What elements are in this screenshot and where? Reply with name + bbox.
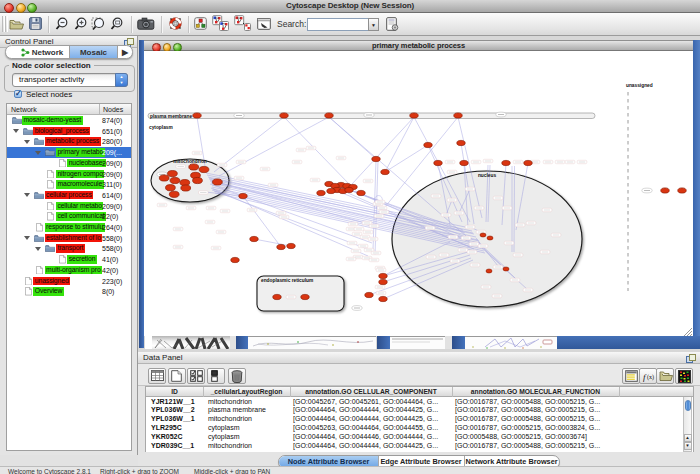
attribute-list-icon[interactable]: [622, 368, 640, 384]
open-folder-icon[interactable]: [9, 18, 24, 31]
tree-row[interactable]: metabolic process280(0): [7, 136, 131, 147]
tree-row[interactable]: cellular process614(0): [7, 190, 131, 201]
new-network-from-selection-icon[interactable]: [212, 15, 229, 31]
unified-attributes-icon[interactable]: [207, 368, 225, 384]
annotation-icon[interactable]: [257, 17, 272, 31]
network-canvas[interactable]: plasma membranecytoplasmmitochondrionnuc…: [144, 51, 693, 336]
table-column-header[interactable]: annotation.GO CELLULAR_COMPONENT: [290, 388, 452, 395]
tree-row[interactable]: macromolecule311(0): [7, 179, 131, 190]
tree-expand-arrow[interactable]: [35, 247, 41, 251]
import-attributes-icon[interactable]: [656, 368, 674, 384]
tree-row-label: cellular metabo: [56, 202, 104, 211]
tree-row[interactable]: establishment of lo558(0): [7, 233, 131, 244]
table-column-header[interactable]: _cellularLayoutRegion: [203, 388, 290, 395]
close-button[interactable]: [4, 3, 14, 13]
search-options-icon[interactable]: [385, 17, 399, 31]
search-dropdown-arrow[interactable]: ▼: [368, 18, 379, 31]
float-panel-icon[interactable]: [686, 354, 696, 363]
scroll-down-button[interactable]: ▼: [684, 442, 692, 450]
network-graph: plasma membranecytoplasmmitochondrionnuc…: [144, 51, 693, 336]
table-scrollbar[interactable]: ▲ ▼: [683, 397, 692, 452]
scrollbar-thumb[interactable]: [685, 400, 691, 411]
tree-row[interactable]: multi-organism pro42(0): [7, 265, 131, 276]
delete-attribute-icon[interactable]: [228, 368, 246, 384]
table-column-header[interactable]: annotation.GO MOLECULAR_FUNCTION: [452, 388, 619, 395]
combo-stepper-icon: ▲▼: [115, 73, 128, 87]
select-nodes-checkbox[interactable]: ✓: [14, 90, 22, 98]
tab-network[interactable]: Network: [6, 46, 69, 58]
select-nodes-label: Select nodes: [26, 90, 72, 99]
tree-row[interactable]: primary metabo209(...: [7, 147, 131, 158]
tree-row[interactable]: response to stimulu264(0): [7, 222, 131, 233]
toolbar-separator: [161, 16, 163, 33]
tree-row[interactable]: secretion41(0): [7, 254, 131, 265]
tab-mosaic[interactable]: Mosaic: [69, 46, 118, 58]
tree-row[interactable]: Overview8(0): [7, 286, 131, 297]
tree-row-count: 614(0): [102, 192, 122, 199]
table-row[interactable]: YKR052Ccytoplasm[GO:0044464, GO:0044446,…: [146, 433, 693, 442]
window-focus-border: [693, 40, 700, 349]
tab-overflow-arrow[interactable]: ▶: [118, 46, 132, 58]
select-attributes-icon[interactable]: [187, 368, 205, 384]
tree-row-count: 223(0): [102, 278, 122, 285]
save-icon[interactable]: [29, 17, 42, 30]
file-icon: [59, 159, 66, 168]
tree-row-count: 311(0): [102, 181, 122, 188]
table-row[interactable]: YPL036W__1mitochondrion[GO:0044464, GO:0…: [146, 415, 693, 424]
tree-row[interactable]: nitrogen compo209(0): [7, 169, 131, 180]
tree-row-label: multi-organism pro: [45, 266, 102, 275]
network-window-titlebar[interactable]: primary metabolic process: [144, 40, 693, 51]
zoom-out-icon[interactable]: [55, 17, 69, 31]
tree-row[interactable]: transport558(0): [7, 243, 131, 254]
attribute-table-icon[interactable]: [148, 368, 166, 384]
minimize-button[interactable]: [16, 3, 26, 13]
tree-row-label: transport: [56, 244, 85, 253]
heatmap-icon[interactable]: [675, 368, 693, 384]
formula-icon[interactable]: f(x): [639, 368, 657, 384]
destroy-network-icon[interactable]: [234, 15, 251, 31]
tree-row[interactable]: unassigned223(0): [7, 276, 131, 287]
network-view-window: primary metabolic process plasma membran…: [138, 40, 700, 353]
table-column-header[interactable]: ID: [146, 388, 203, 395]
tree-row-label: mosaic-demo-yeast: [22, 116, 83, 125]
tree-row-count: 651(0): [102, 128, 122, 135]
tree-row-label: nitrogen compo: [56, 170, 104, 179]
folder-icon: [45, 245, 55, 252]
tree-row[interactable]: cellular metabo209(0): [7, 201, 131, 212]
tree-row[interactable]: mosaic-demo-yeast874(0): [7, 115, 131, 126]
tree-expand-arrow[interactable]: [24, 236, 30, 240]
search-label: Search:: [277, 19, 306, 29]
snapshot-camera-icon[interactable]: [137, 17, 155, 30]
background-window-fragment: [236, 336, 248, 349]
svg-text:cytoplasm: cytoplasm: [149, 125, 173, 130]
tree-expand-arrow[interactable]: [24, 193, 30, 197]
table-row[interactable]: YPL036W__2plasma membrane[GO:0044464, GO…: [146, 406, 693, 415]
scroll-up-button[interactable]: ▲: [684, 434, 692, 442]
new-attribute-icon[interactable]: [168, 368, 186, 384]
node-color-combo[interactable]: transporter activity ▲▼: [12, 73, 128, 87]
zoom-button[interactable]: [27, 3, 37, 13]
tree-expand-arrow[interactable]: [24, 140, 30, 144]
tree-row-label: cell communicat: [56, 212, 106, 221]
table-row[interactable]: YJR121W__1mitochondrion[GO:0045267, GO:0…: [146, 398, 693, 407]
tree-row-label: Overview: [33, 287, 64, 296]
control-panel-tabs: Network Mosaic ▶: [5, 45, 133, 59]
table-row[interactable]: YLR295Ccytoplasm[GO:0045263, GO:0044464,…: [146, 424, 693, 433]
tree-row[interactable]: nucleobase-209(0): [7, 158, 131, 169]
zoom-selected-icon[interactable]: [110, 17, 124, 31]
zoom-fit-icon[interactable]: [91, 17, 106, 31]
status-bar: Welcome to Cytoscape 2.8.1 Right-click +…: [0, 466, 700, 474]
zoom-in-icon[interactable]: [74, 17, 88, 31]
vizmapper-icon[interactable]: [194, 17, 207, 30]
tree-expand-arrow[interactable]: [35, 151, 41, 155]
file-icon: [36, 223, 43, 232]
table-row[interactable]: YDR039C__1mitochondrion[GO:0044464, GO:0…: [146, 442, 693, 451]
search-input[interactable]: [307, 18, 369, 31]
tree-row[interactable]: biological_process651(0): [7, 126, 131, 137]
mdi-desktop: primary metabolic process plasma membran…: [138, 36, 700, 352]
node-color-combo-value: transporter activity: [13, 74, 127, 86]
help-lifering-icon[interactable]: [168, 16, 183, 31]
tree-expand-arrow[interactable]: [13, 129, 19, 133]
tree-row[interactable]: cell communicat22(0): [7, 211, 131, 222]
svg-text:endoplasmic reticulum: endoplasmic reticulum: [261, 278, 313, 283]
